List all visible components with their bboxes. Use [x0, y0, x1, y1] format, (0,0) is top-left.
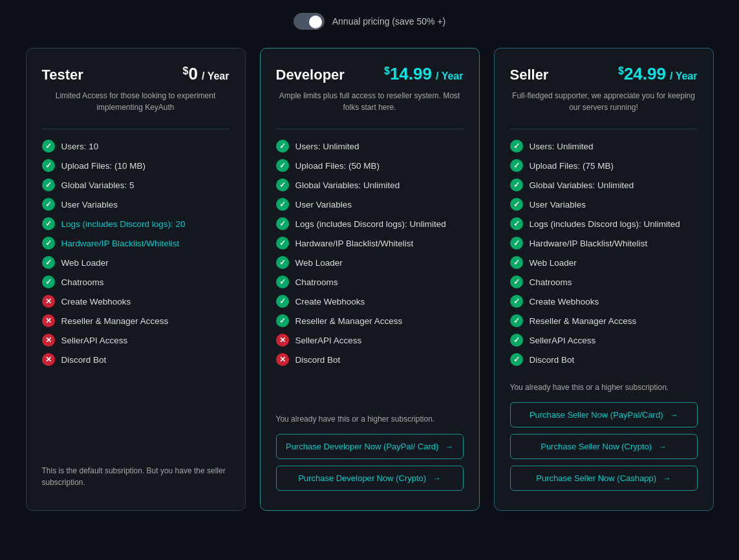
plan-price-seller: $24.99 / Year: [618, 64, 698, 84]
plan-name-seller: Seller: [510, 67, 549, 83]
feature-text: Discord Bot: [295, 355, 341, 365]
features-list-tester: Users: 10Upload Files: (10 MB)Global Var…: [42, 140, 230, 449]
plan-name-price-row-developer: Developer$14.99 / Year: [276, 64, 464, 87]
feature-item: User Variables: [42, 198, 230, 211]
feature-item: Upload Files: (75 MB): [510, 159, 698, 172]
feature-text: Reseller & Manager Access: [61, 316, 169, 326]
cross-icon: [276, 334, 289, 347]
check-icon: [42, 217, 55, 230]
bottom-note-developer: You already have this or a higher subscr…: [276, 413, 464, 425]
feature-item: User Variables: [510, 198, 698, 211]
plan-card-seller: Seller$24.99 / YearFull-fledged supporte…: [494, 48, 714, 511]
feature-text: Logs (includes Discord logs): Unlimited: [530, 219, 680, 229]
feature-item: SellerAPI Access: [276, 334, 464, 347]
cross-icon: [276, 353, 289, 366]
feature-text: Chatrooms: [530, 277, 572, 287]
check-icon: [276, 237, 289, 250]
feature-text: Logs (includes Discord logs): 20: [61, 219, 186, 229]
check-icon: [510, 140, 523, 153]
feature-text: Global Variables: Unlimited: [295, 180, 400, 190]
check-icon: [510, 237, 523, 250]
feature-item: Reseller & Manager Access: [42, 314, 230, 327]
feature-text: Create Webhooks: [530, 297, 599, 307]
purchase-button-developer-1[interactable]: Purchase Developer Now (Crypto) →: [276, 466, 464, 491]
feature-item: Logs (includes Discord logs): 20: [42, 217, 230, 230]
purchase-button-seller-0[interactable]: Purchase Seller Now (PayPal/Card) →: [510, 402, 698, 427]
cross-icon: [42, 334, 55, 347]
feature-text: Chatrooms: [61, 277, 104, 287]
check-icon: [42, 198, 55, 211]
purchase-button-seller-1[interactable]: Purchase Seller Now (Crypto) →: [510, 434, 698, 459]
feature-text: Users: Unlimited: [530, 142, 594, 151]
feature-text: Discord Bot: [530, 355, 575, 365]
feature-text: Create Webhooks: [61, 297, 131, 307]
plan-name-price-row-tester: Tester$0 / Year: [42, 64, 230, 87]
feature-item: SellerAPI Access: [510, 334, 698, 347]
feature-text: Create Webhooks: [295, 297, 365, 307]
check-icon: [276, 178, 289, 191]
check-icon: [510, 178, 523, 191]
feature-item: Users: 10: [42, 140, 230, 153]
plan-price-developer: $14.99 / Year: [384, 64, 464, 84]
feature-item: Create Webhooks: [276, 295, 464, 308]
feature-item: Chatrooms: [42, 275, 230, 288]
plan-tagline-seller: Full-fledged supporter, we appreciate yo…: [510, 90, 698, 113]
feature-item: Global Variables: Unlimited: [510, 178, 698, 191]
feature-item: Hardware/IP Blacklist/Whitelist: [42, 237, 230, 250]
plan-card-tester: Tester$0 / YearLimited Access for those …: [26, 48, 246, 511]
feature-text: Reseller & Manager Access: [295, 316, 403, 326]
feature-item: Discord Bot: [276, 353, 464, 366]
feature-text: Web Loader: [61, 258, 109, 268]
feature-text: User Variables: [61, 200, 118, 210]
feature-text: Global Variables: 5: [61, 180, 134, 190]
feature-item: Web Loader: [510, 256, 698, 269]
purchase-button-developer-0[interactable]: Purchase Developer Now (PayPal/ Card) →: [276, 434, 464, 459]
feature-text: Upload Files: (10 MB): [61, 161, 146, 171]
feature-item: Discord Bot: [42, 353, 230, 366]
divider-seller: [510, 129, 698, 129]
feature-item: Create Webhooks: [510, 295, 698, 308]
feature-text: SellerAPI Access: [530, 336, 596, 345]
feature-item: Discord Bot: [510, 353, 698, 366]
check-icon: [276, 198, 289, 211]
plan-name-price-row-seller: Seller$24.99 / Year: [510, 64, 698, 87]
check-icon: [276, 295, 289, 308]
plan-tagline-developer: Ample limits plus full access to reselle…: [276, 90, 464, 113]
check-icon: [276, 140, 289, 153]
features-list-seller: Users: UnlimitedUpload Files: (75 MB)Glo…: [510, 140, 698, 366]
plans-container: Tester$0 / YearLimited Access for those …: [14, 48, 725, 511]
check-icon: [510, 159, 523, 172]
purchase-button-seller-2[interactable]: Purchase Seller Now (Cashapp) →: [510, 466, 698, 491]
check-icon: [42, 140, 55, 153]
feature-item: Users: Unlimited: [276, 140, 464, 153]
feature-item: Chatrooms: [510, 275, 698, 288]
feature-text: Discord Bot: [61, 355, 107, 365]
feature-item: Hardware/IP Blacklist/Whitelist: [510, 237, 698, 250]
check-icon: [510, 198, 523, 211]
top-bar: Annual pricing (save 50% +): [6, 13, 733, 30]
feature-text: Users: 10: [61, 142, 99, 151]
feature-text: User Variables: [530, 200, 586, 210]
feature-text: Upload Files: (75 MB): [530, 161, 614, 171]
check-icon: [276, 275, 289, 288]
divider-tester: [42, 129, 230, 129]
feature-item: Upload Files: (50 MB): [276, 159, 464, 172]
feature-item: Web Loader: [276, 256, 464, 269]
bottom-note-tester: This is the default subsription. But you…: [42, 465, 230, 488]
check-icon: [42, 256, 55, 269]
cross-icon: [42, 353, 55, 366]
check-icon: [276, 217, 289, 230]
feature-text: Users: Unlimited: [295, 142, 359, 151]
check-icon: [276, 314, 289, 327]
feature-item: Create Webhooks: [42, 295, 230, 308]
feature-item: SellerAPI Access: [42, 334, 230, 347]
check-icon: [510, 353, 523, 366]
check-icon: [42, 178, 55, 191]
check-icon: [276, 159, 289, 172]
check-icon: [276, 256, 289, 269]
check-icon: [510, 334, 523, 347]
check-icon: [510, 217, 523, 230]
annual-pricing-toggle[interactable]: [294, 13, 325, 30]
feature-text: SellerAPI Access: [61, 336, 128, 345]
plan-name-tester: Tester: [42, 67, 83, 83]
